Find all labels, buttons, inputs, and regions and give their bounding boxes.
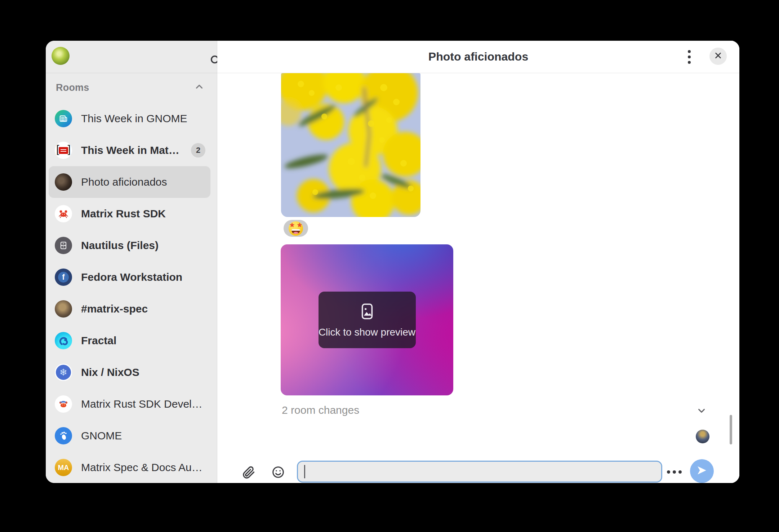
rooms-section-header[interactable]: Rooms (46, 73, 217, 102)
star-struck-emoji-icon: ★★ (289, 221, 303, 236)
close-button[interactable] (709, 48, 727, 65)
sidebar-item-fedora-workstation[interactable]: f Fedora Workstation (49, 261, 210, 293)
room-label: Matrix Rust SDK (81, 208, 166, 220)
send-icon (696, 465, 707, 477)
room-label: Nautilus (Files) (81, 239, 159, 252)
sidebar-item-matrix-rust-sdk[interactable]: Matrix Rust SDK (49, 198, 210, 230)
image-icon (360, 302, 374, 322)
room-label: #matrix-spec (81, 303, 148, 315)
sidebar-item-photo-aficionados[interactable]: Photo aficionados (49, 166, 210, 198)
close-icon (714, 52, 722, 61)
room-avatar-thisweek-logo: [ ] (55, 142, 72, 159)
room-avatar-portrait-photo (55, 300, 72, 318)
message-composer (217, 447, 739, 483)
sidebar: Rooms This Week in GNOME (46, 41, 217, 483)
room-avatar-snowflake-icon: ❄ (55, 364, 72, 381)
fractal-window: Rooms This Week in GNOME (46, 41, 739, 483)
emoji-button[interactable] (271, 465, 286, 480)
room-label: Fedora Workstation (81, 271, 182, 283)
fedora-glyph: f (58, 272, 69, 283)
room-label: Matrix Spec & Docs Au… (81, 461, 202, 474)
reaction-star-struck[interactable]: ★★ (284, 220, 308, 237)
room-label: This Week in GNOME (81, 112, 187, 125)
rooms-section-label: Rooms (56, 82, 89, 93)
room-avatar-initials: MA (55, 459, 72, 476)
sidebar-item-this-week-in-matrix[interactable]: [ ] This Week in Mat… 2 (49, 134, 210, 166)
room-avatar-crab-icon (55, 205, 72, 222)
room-avatar-crab-with-cap-icon (55, 395, 72, 413)
account-avatar[interactable] (52, 47, 70, 65)
room-label: Fractal (81, 334, 116, 347)
more-options-button[interactable] (665, 466, 683, 477)
collapsed-events-label: 2 room changes (282, 404, 359, 416)
room-avatar-gnome-foot-icon (55, 427, 72, 444)
room-avatar-newspaper-icon (55, 110, 72, 127)
sidebar-item-matrix-spec[interactable]: #matrix-spec (49, 293, 210, 325)
room-label: Nix / NixOS (81, 366, 139, 378)
unread-badge: 2 (191, 143, 205, 158)
room-avatar-file-cabinet-icon (55, 237, 72, 254)
image-message-mimosa-photo[interactable] (281, 73, 420, 217)
kebab-icon (688, 50, 691, 64)
bracket-glyph: ] (68, 143, 71, 155)
paperclip-icon (242, 466, 255, 481)
show-preview-button[interactable]: Click to show preview (319, 292, 416, 348)
room-label: This Week in Mat… (81, 144, 179, 156)
room-avatar-fedora-logo: f (55, 269, 72, 286)
message-input[interactable] (297, 461, 662, 483)
sidebar-item-matrix-rust-sdk-developers[interactable]: Matrix Rust SDK Devel… (49, 388, 210, 420)
read-receipt-avatar (696, 430, 709, 443)
page-title: Photo aficionados (428, 50, 528, 63)
sidebar-item-nautilus[interactable]: Nautilus (Files) (49, 230, 210, 261)
snowflake-glyph: ❄ (59, 368, 67, 377)
sidebar-item-this-week-in-gnome[interactable]: This Week in GNOME (49, 103, 210, 134)
smiley-icon (271, 465, 285, 480)
sidebar-item-matrix-spec-docs[interactable]: MA Matrix Spec & Docs Au… (49, 452, 210, 483)
redbox-glyph (59, 147, 68, 154)
room-headerbar: Photo aficionados (217, 41, 739, 73)
room-menu-button[interactable] (681, 49, 697, 65)
sidebar-item-nix-nixos[interactable]: ❄ Nix / NixOS (49, 356, 210, 388)
chevron-up-icon[interactable] (194, 81, 205, 94)
message-timeline: ★★ Click to show preview (217, 73, 739, 483)
attach-button[interactable] (241, 466, 256, 481)
sidebar-headerbar (46, 41, 217, 73)
room-avatar-camera-photo (55, 173, 72, 191)
text-caret (304, 465, 305, 478)
room-label: Matrix Rust SDK Devel… (81, 398, 202, 410)
chevron-down-icon[interactable] (696, 405, 707, 416)
preview-label: Click to show preview (319, 327, 415, 338)
collapsed-events-row[interactable]: 2 room changes (217, 403, 739, 420)
room-avatar-fractal-logo (55, 332, 72, 349)
hidden-media-preview[interactable]: Click to show preview (281, 244, 453, 395)
send-button[interactable] (690, 459, 714, 483)
room-label: GNOME (81, 430, 122, 442)
sidebar-item-fractal[interactable]: Fractal (49, 325, 210, 356)
room-list: This Week in GNOME [ ] This Week in Mat…… (46, 102, 217, 483)
sidebar-item-gnome[interactable]: GNOME (49, 420, 210, 452)
scrollbar[interactable] (730, 415, 732, 444)
room-view: Photo aficionados (217, 41, 739, 483)
room-label: Photo aficionados (81, 176, 167, 188)
bracket-glyph: [ (56, 143, 59, 155)
